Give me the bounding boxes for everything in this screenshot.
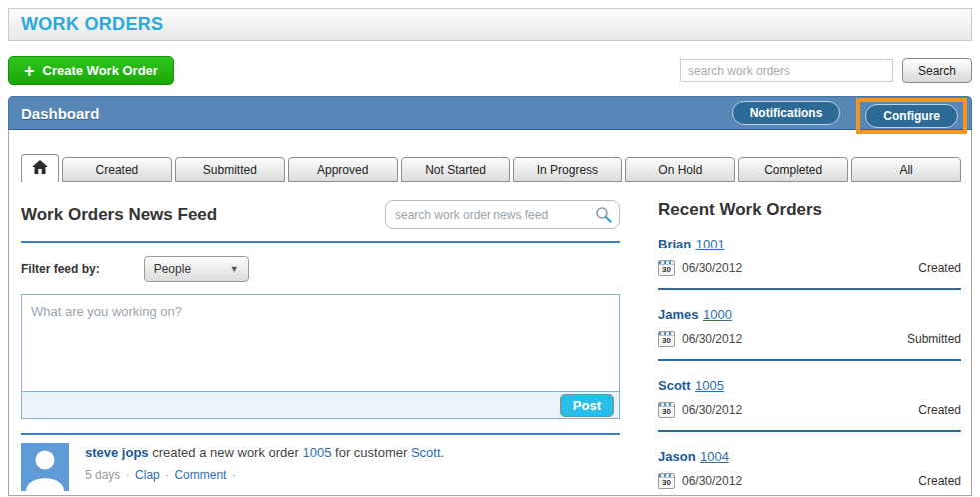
recent-order-row: Jason 1004 30 06/30/2012 Created (658, 447, 961, 496)
feed-item: steve jops created a new work order 1005… (21, 443, 620, 491)
recent-work-orders-title: Recent Work Orders (658, 200, 961, 220)
divider (658, 430, 961, 432)
compose-box: Post (21, 294, 620, 419)
order-heading: Scott 1005 (658, 376, 961, 394)
toolbar: + Create Work Order Search (8, 56, 972, 85)
tab-bar: Created Submitted Approved Not Started I… (21, 154, 961, 182)
news-feed-search-input[interactable] (393, 207, 595, 223)
order-status: Created (918, 403, 961, 417)
content: Work Orders News Feed Filter feed by: Pe… (21, 200, 961, 496)
calendar-icon: 30 (658, 473, 675, 489)
divider (21, 433, 620, 435)
person-icon (21, 443, 69, 491)
filter-feed-dropdown[interactable]: People ▼ (144, 256, 249, 282)
feed-action-pre: created a new work order (152, 445, 299, 460)
tab-completed[interactable]: Completed (738, 157, 848, 182)
dot-separator: · (232, 468, 236, 482)
tab-not-started[interactable]: Not Started (401, 157, 510, 182)
order-number-link[interactable]: 1000 (703, 307, 732, 322)
search-icon (595, 206, 612, 223)
toolbar-search-group: Search (680, 58, 972, 83)
order-meta: 30 06/30/2012 Created (658, 473, 961, 489)
order-heading: Jason 1004 (658, 447, 961, 465)
order-customer-name: James (658, 307, 698, 322)
compose-footer: Post (22, 391, 619, 418)
recent-order-row: Scott 1005 30 06/30/2012 Created (658, 376, 961, 432)
tab-all[interactable]: All (851, 157, 961, 182)
tab-approved[interactable]: Approved (288, 157, 398, 182)
order-date: 06/30/2012 (682, 474, 742, 488)
feed-timestamp: 5 days (85, 468, 120, 482)
configure-button[interactable]: Configure (865, 104, 958, 128)
avatar (21, 443, 69, 491)
order-customer-name: Brian (658, 237, 691, 251)
recent-order-row: James 1000 30 06/30/2012 Submitted (658, 305, 961, 361)
feed-item-text: steve jops created a new work order 1005… (85, 445, 444, 460)
order-number-link[interactable]: 1001 (696, 237, 725, 251)
divider (658, 288, 961, 290)
chevron-down-icon: ▼ (230, 264, 239, 274)
order-date: 06/30/2012 (682, 403, 742, 417)
configure-highlight: Configure (856, 98, 967, 134)
filter-row: Filter feed by: People ▼ (21, 256, 620, 282)
clap-link[interactable]: Clap (135, 468, 160, 482)
plus-icon: + (24, 65, 35, 77)
dot-separator: · (126, 468, 130, 482)
compose-textarea[interactable] (22, 295, 619, 391)
feed-action-mid: for customer (335, 445, 407, 460)
filter-feed-label: Filter feed by: (21, 262, 100, 276)
page: WORK ORDERS + Create Work Order Search D… (8, 8, 972, 496)
customer-link[interactable]: Scott (411, 445, 441, 460)
recent-order-row: Brian 1001 30 06/30/2012 Created (658, 235, 961, 290)
order-customer-name: Scott (658, 378, 691, 393)
calendar-icon: 30 (658, 331, 675, 347)
tab-created[interactable]: Created (62, 157, 172, 182)
order-status: Created (918, 474, 961, 488)
feed-item-body: steve jops created a new work order 1005… (85, 443, 444, 491)
order-date: 06/30/2012 (682, 261, 742, 275)
order-meta: 30 06/30/2012 Submitted (658, 331, 961, 347)
tab-submitted[interactable]: Submitted (175, 157, 285, 182)
page-title: WORK ORDERS (21, 14, 163, 34)
dashboard-panel: Created Submitted Approved Not Started I… (8, 130, 972, 496)
recent-work-orders-column: Recent Work Orders Brian 1001 30 06/30/2… (658, 200, 961, 496)
calendar-icon: 30 (658, 260, 675, 276)
order-date: 06/30/2012 (682, 332, 742, 346)
order-heading: Brian 1001 (658, 235, 961, 252)
news-feed-header: Work Orders News Feed (21, 200, 620, 229)
tab-home[interactable] (21, 154, 59, 182)
filter-feed-value: People (154, 262, 191, 276)
order-meta: 30 06/30/2012 Created (658, 260, 961, 276)
order-status: Submitted (907, 332, 961, 346)
news-feed-column: Work Orders News Feed Filter feed by: Pe… (21, 200, 620, 496)
app-header: WORK ORDERS (8, 8, 972, 41)
order-heading: James 1000 (658, 305, 961, 323)
dashboard-bar: Dashboard Notifications Configure (8, 96, 972, 130)
feed-action-end: . (441, 445, 445, 460)
comment-link[interactable]: Comment (174, 468, 226, 482)
feed-item-meta: 5 days · Clap · Comment · (85, 468, 444, 482)
work-orders-search-input[interactable] (680, 59, 893, 82)
order-meta: 30 06/30/2012 Created (658, 402, 961, 418)
divider (21, 241, 620, 243)
order-number-link[interactable]: 1004 (700, 449, 729, 464)
create-work-order-label: Create Work Order (43, 63, 158, 78)
news-feed-search-box[interactable] (385, 200, 620, 229)
dashboard-title: Dashboard (21, 105, 99, 122)
create-work-order-button[interactable]: + Create Work Order (8, 56, 174, 85)
tab-in-progress[interactable]: In Progress (513, 157, 623, 182)
news-feed-title: Work Orders News Feed (21, 205, 217, 225)
post-button[interactable]: Post (560, 394, 614, 417)
home-icon (32, 160, 48, 174)
divider (658, 359, 961, 361)
calendar-icon: 30 (658, 402, 675, 418)
dot-separator: · (165, 468, 169, 482)
notifications-button[interactable]: Notifications (732, 101, 841, 125)
tab-on-hold[interactable]: On Hold (625, 157, 735, 182)
order-number-link[interactable]: 1005 (695, 378, 724, 393)
search-button[interactable]: Search (902, 58, 972, 83)
dashboard-buttons: Notifications Configure (732, 95, 967, 131)
work-order-link[interactable]: 1005 (303, 445, 332, 460)
feed-author: steve jops (85, 445, 149, 460)
order-status: Created (918, 261, 961, 275)
